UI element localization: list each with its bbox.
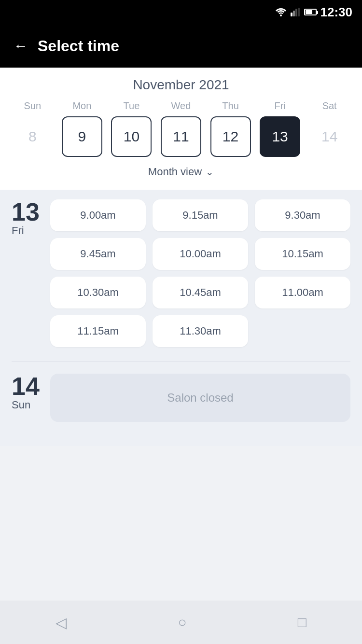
home-nav-icon[interactable]: ○ (178, 614, 186, 630)
day-cell-14: 14 (305, 116, 354, 157)
month-view-label: Month view (148, 166, 202, 178)
day-block-13: 13 Fri 9.00am 9.15am 9.30am 9.45am 10.00… (12, 199, 350, 347)
day-14-number: 14 (12, 374, 41, 399)
day-block-14: 14 Sun Salon closed (12, 374, 350, 422)
time-grid-13: 9.00am 9.15am 9.30am 9.45am 10.00am 10.1… (50, 199, 350, 347)
back-nav-icon[interactable]: ◁ (56, 614, 67, 631)
signal-icon (291, 8, 300, 16)
time-slot-1030am[interactable]: 10.30am (50, 277, 146, 308)
svg-rect-4 (298, 8, 300, 16)
day-14: 14 (309, 116, 350, 157)
day-14-closed: Salon closed (50, 374, 350, 422)
time-slot-1130am[interactable]: 11.30am (153, 315, 248, 347)
month-year-label: November 2021 (0, 77, 362, 93)
day-11[interactable]: 11 (161, 116, 201, 157)
day-cell-9[interactable]: 9 (57, 116, 107, 157)
weekday-thu: Thu (206, 100, 255, 112)
time-slot-1015am[interactable]: 10.15am (255, 238, 350, 270)
day-13-label: 13 Fri (12, 199, 41, 237)
month-view-toggle[interactable]: Month view ⌄ (0, 162, 362, 185)
day-13-slots: 9.00am 9.15am 9.30am 9.45am 10.00am 10.1… (50, 199, 350, 347)
status-time: 12:30 (320, 5, 353, 20)
svg-rect-3 (295, 9, 297, 16)
page-title: Select time (38, 37, 119, 55)
day-cell-8: 8 (8, 116, 57, 157)
weekday-fri: Fri (255, 100, 305, 112)
day-cell-11[interactable]: 11 (156, 116, 206, 157)
day-cell-13[interactable]: 13 (255, 116, 305, 157)
weekday-tue: Tue (107, 100, 156, 112)
time-slot-1115am[interactable]: 11.15am (50, 315, 146, 347)
day-cell-12[interactable]: 12 (206, 116, 255, 157)
time-section: 13 Fri 9.00am 9.15am 9.30am 9.45am 10.00… (0, 190, 362, 446)
chevron-down-icon: ⌄ (206, 166, 214, 178)
day-14-name: Sun (12, 399, 41, 411)
weekday-mon: Mon (57, 100, 107, 112)
svg-rect-1 (291, 13, 292, 16)
day-13-name: Fri (12, 224, 41, 237)
battery-icon (304, 9, 317, 15)
weekdays-row: Sun Mon Tue Wed Thu Fri Sat (0, 100, 362, 112)
time-slot-1045am[interactable]: 10.45am (153, 277, 248, 308)
wifi-icon (275, 8, 287, 16)
time-slot-945am[interactable]: 9.45am (50, 238, 146, 270)
svg-point-0 (280, 14, 282, 16)
weekday-sun: Sun (8, 100, 57, 112)
days-row: 8 9 10 11 12 13 14 (0, 116, 362, 157)
weekday-sat: Sat (305, 100, 354, 112)
day-9[interactable]: 9 (62, 116, 102, 157)
time-slot-1100am[interactable]: 11.00am (255, 277, 350, 308)
calendar-section: November 2021 Sun Mon Tue Wed Thu Fri Sa… (0, 68, 362, 190)
recent-nav-icon[interactable]: □ (298, 614, 306, 630)
day-13[interactable]: 13 (260, 116, 300, 157)
back-button[interactable]: ← (14, 39, 28, 53)
time-slot-930am[interactable]: 9.30am (255, 199, 350, 231)
svg-rect-2 (293, 11, 295, 16)
status-bar: 12:30 (0, 0, 362, 24)
time-slot-915am[interactable]: 9.15am (153, 199, 248, 231)
day-13-number: 13 (12, 199, 41, 224)
time-slot-1000am[interactable]: 10.00am (153, 238, 248, 270)
day-10[interactable]: 10 (111, 116, 152, 157)
day-divider (12, 362, 350, 362)
day-12[interactable]: 12 (210, 116, 251, 157)
day-8: 8 (12, 116, 53, 157)
salon-closed-label: Salon closed (50, 374, 350, 422)
day-cell-10[interactable]: 10 (107, 116, 156, 157)
weekday-wed: Wed (156, 100, 206, 112)
app-header: ← Select time (0, 24, 362, 68)
time-slot-900am[interactable]: 9.00am (50, 199, 146, 231)
day-14-label: 14 Sun (12, 374, 41, 411)
bottom-nav: ◁ ○ □ (0, 601, 362, 644)
